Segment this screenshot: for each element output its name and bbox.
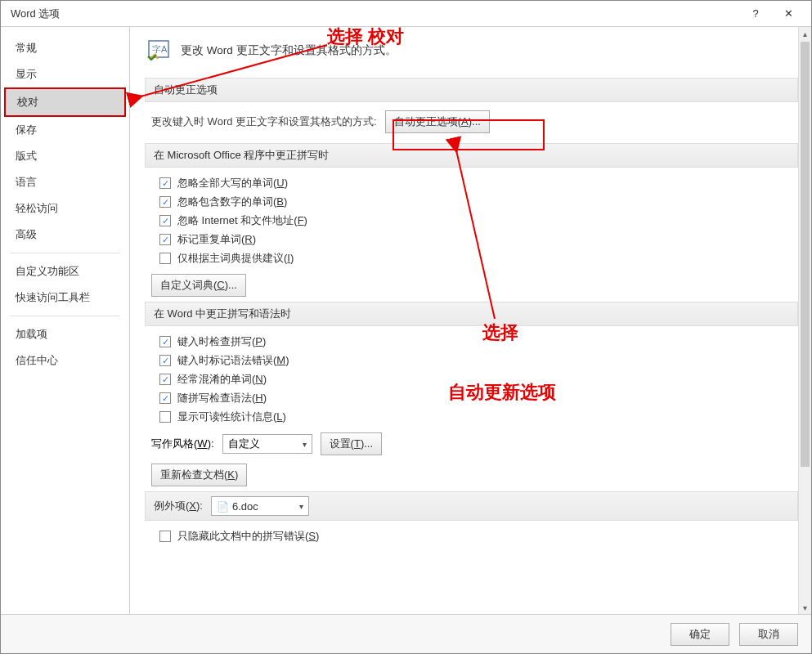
autocorrect-options-button[interactable]: 自动更正选项(A)... — [385, 110, 490, 133]
sidebar-item-accessibility[interactable]: 轻松访问 — [4, 195, 126, 222]
sidebar-item-trust[interactable]: 信任中心 — [4, 347, 126, 374]
checkbox-icon — [159, 374, 171, 385]
chk-label: 标记重复单词(R) — [177, 232, 256, 247]
help-button[interactable]: ? — [739, 2, 772, 25]
section-wordproof-head: 在 Word 中更正拼写和语法时 — [145, 302, 798, 326]
checkbox-icon — [159, 215, 171, 226]
chevron-down-icon: ▾ — [303, 440, 307, 449]
scroll-thumb[interactable] — [801, 42, 810, 467]
chk-spell-type[interactable]: 键入时检查拼写(P) — [159, 334, 798, 349]
sidebar-item-qat[interactable]: 快速访问工具栏 — [4, 284, 126, 311]
sidebar-item-customize-ribbon[interactable]: 自定义功能区 — [4, 258, 126, 284]
content-panel: 字A 更改 Word 更正文字和设置其格式的方式。 自动更正选项 更改键入时 W… — [130, 27, 811, 614]
chk-grammar-type[interactable]: 键入时标记语法错误(M) — [159, 353, 798, 368]
chk-hide-spelling[interactable]: 只隐藏此文档中的拼写错误(S) — [159, 529, 798, 544]
sidebar-item-advanced[interactable]: 高级 — [4, 222, 126, 248]
chk-label: 仅根据主词典提供建议(I) — [177, 251, 294, 266]
dialog-footer: 确定 取消 — [1, 614, 811, 653]
recheck-button[interactable]: 重新检查文档(K) — [151, 464, 247, 486]
chk-uppercase[interactable]: 忽略全部大写的单词(U) — [159, 176, 798, 190]
custom-dict-button[interactable]: 自定义词典(C)... — [151, 274, 246, 297]
chk-label: 键入时检查拼写(P) — [177, 334, 266, 349]
custom-dict-label: 自定义词典(C)... — [160, 279, 237, 291]
sidebar-item-display[interactable]: 显示 — [4, 61, 126, 87]
section-mso-head: 在 Microsoft Office 程序中更正拼写时 — [145, 143, 798, 168]
word-file-icon: 📄 — [217, 501, 229, 513]
chk-label: 忽略包含数字的单词(B) — [177, 195, 287, 209]
chk-label: 只隐藏此文档中的拼写错误(S) — [177, 529, 319, 544]
checkbox-icon — [159, 355, 171, 366]
exceptions-combo[interactable]: 📄6.doc ▾ — [211, 496, 309, 516]
chk-label: 显示可读性统计信息(L) — [177, 410, 286, 424]
checkbox-icon — [159, 531, 171, 542]
window-title: Word 选项 — [7, 7, 739, 21]
sidebar-divider — [11, 253, 119, 253]
sidebar-item-general[interactable]: 常规 — [4, 35, 126, 61]
settings-button[interactable]: 设置(T)... — [321, 432, 382, 455]
checkbox-icon — [159, 392, 171, 404]
chk-label: 忽略 Internet 和文件地址(F) — [177, 213, 307, 228]
chevron-down-icon: ▾ — [299, 502, 303, 511]
writing-style-label: 写作风格(W): — [151, 437, 214, 451]
section-exceptions-head: 例外项(X): 📄6.doc ▾ — [145, 491, 798, 521]
sidebar-item-layout[interactable]: 版式 — [4, 143, 126, 169]
autocorrect-explain: 更改键入时 Word 更正文字和设置其格式的方式: — [151, 114, 377, 129]
vertical-scrollbar[interactable]: ▴ ▾ — [798, 27, 811, 614]
exceptions-content: 📄6.doc — [217, 500, 258, 513]
checkbox-icon — [159, 196, 171, 208]
options-dialog: Word 选项 ? ✕ 常规 显示 校对 保存 版式 语言 轻松访问 高级 自定… — [0, 0, 812, 654]
checkbox-icon — [159, 234, 171, 245]
writing-style-combo[interactable]: 自定义 ▾ — [222, 434, 312, 454]
chk-label: 随拼写检查语法(H) — [177, 391, 267, 405]
content-wrap: 字A 更改 Word 更正文字和设置其格式的方式。 自动更正选项 更改键入时 W… — [130, 27, 811, 614]
sidebar-item-proofing[interactable]: 校对 — [4, 87, 126, 117]
settings-btn-label: 设置(T)... — [330, 437, 373, 450]
writing-style-row: 写作风格(W): 自定义 ▾ 设置(T)... — [151, 432, 798, 455]
close-button[interactable]: ✕ — [772, 2, 805, 25]
autocorrect-row: 更改键入时 Word 更正文字和设置其格式的方式: 自动更正选项(A)... — [151, 110, 798, 133]
chk-repeat[interactable]: 标记重复单词(R) — [159, 232, 798, 247]
dialog-body: 常规 显示 校对 保存 版式 语言 轻松访问 高级 自定义功能区 快速访问工具栏… — [1, 27, 811, 614]
scroll-up-arrow[interactable]: ▴ — [799, 27, 811, 40]
recheck-label: 重新检查文档(K) — [160, 468, 238, 481]
exceptions-value: 6.doc — [232, 500, 258, 513]
checkbox-icon — [159, 253, 171, 264]
sidebar-item-language[interactable]: 语言 — [4, 169, 126, 195]
writing-style-value: 自定义 — [228, 437, 260, 451]
cancel-button[interactable]: 取消 — [739, 623, 798, 646]
chk-label: 键入时标记语法错误(M) — [177, 353, 289, 368]
svg-text:字A: 字A — [152, 44, 168, 54]
chk-internet[interactable]: 忽略 Internet 和文件地址(F) — [159, 213, 798, 228]
chk-confused[interactable]: 经常混淆的单词(N) — [159, 372, 798, 387]
autocorrect-options-label: 自动更正选项(A)... — [394, 115, 481, 128]
sidebar-item-save[interactable]: 保存 — [4, 117, 126, 143]
category-sidebar: 常规 显示 校对 保存 版式 语言 轻松访问 高级 自定义功能区 快速访问工具栏… — [1, 27, 130, 614]
ok-button[interactable]: 确定 — [671, 623, 729, 646]
proofing-icon: 字A — [145, 37, 173, 65]
titlebar: Word 选项 ? ✕ — [1, 1, 811, 27]
chk-readability[interactable]: 显示可读性统计信息(L) — [159, 410, 798, 424]
sidebar-divider-2 — [11, 316, 119, 316]
checkbox-icon — [159, 411, 171, 423]
checkbox-icon — [159, 177, 171, 189]
page-header-text: 更改 Word 更正文字和设置其格式的方式。 — [181, 43, 397, 58]
sidebar-item-addins[interactable]: 加载项 — [4, 321, 126, 347]
scroll-down-arrow[interactable]: ▾ — [799, 601, 811, 614]
page-header: 字A 更改 Word 更正文字和设置其格式的方式。 — [145, 37, 798, 65]
chk-label: 经常混淆的单词(N) — [177, 372, 267, 387]
checkbox-icon — [159, 336, 171, 347]
chk-label: 忽略全部大写的单词(U) — [177, 176, 288, 190]
section-autocorrect-head: 自动更正选项 — [145, 78, 798, 102]
chk-maindict[interactable]: 仅根据主词典提供建议(I) — [159, 251, 798, 266]
chk-numbers[interactable]: 忽略包含数字的单词(B) — [159, 195, 798, 209]
exceptions-label: 例外项(X): — [154, 499, 203, 513]
chk-grammar-spell[interactable]: 随拼写检查语法(H) — [159, 391, 798, 405]
